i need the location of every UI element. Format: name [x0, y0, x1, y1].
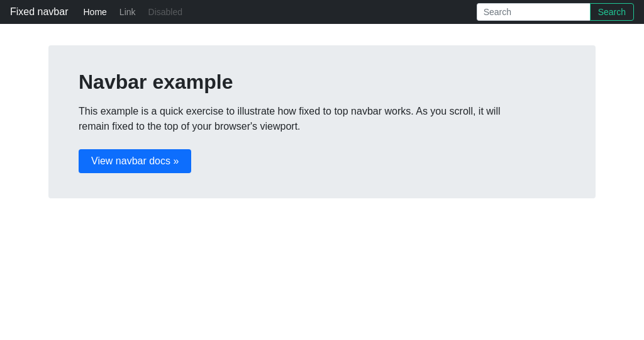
nav-link-disabled: Disabled — [143, 3, 187, 21]
navbar-brand[interactable]: Fixed navbar — [10, 6, 69, 18]
nav-link-home[interactable]: Home — [79, 3, 112, 21]
nav-item-disabled: Disabled — [143, 3, 187, 21]
search-button[interactable]: Search — [590, 3, 634, 21]
navbar: Fixed navbar Home Link Disabled Search — [0, 0, 644, 24]
view-docs-button[interactable]: View navbar docs » — [79, 149, 191, 173]
nav-link-link[interactable]: Link — [114, 3, 141, 21]
search-input[interactable] — [477, 3, 590, 21]
navbar-search: Search — [477, 3, 634, 21]
nav-item-home: Home — [79, 3, 112, 21]
main-content: Navbar example This example is a quick e… — [0, 35, 644, 208]
content-card: Navbar example This example is a quick e… — [48, 45, 596, 198]
content-title: Navbar example — [79, 71, 565, 94]
content-description: This example is a quick exercise to illu… — [79, 104, 519, 134]
nav-item-link: Link — [114, 3, 141, 21]
navbar-nav: Home Link Disabled — [79, 3, 477, 21]
